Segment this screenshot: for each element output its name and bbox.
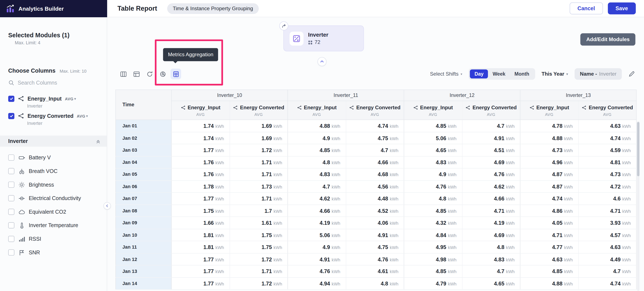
column-option-snr[interactable]: SNR (0, 246, 107, 259)
cell-unit: kWh (506, 233, 515, 238)
agg-dropdown[interactable]: AVG ▾ (65, 96, 76, 101)
value-cell: 4.66kWh (288, 204, 346, 217)
checkbox[interactable] (8, 209, 14, 215)
cell-unit: kWh (332, 282, 340, 286)
report-table: Time Inverter_10Inverter_11Inverter_12In… (116, 90, 636, 290)
checkbox[interactable] (8, 168, 14, 174)
checkbox[interactable] (8, 182, 14, 188)
module-card-inverter[interactable]: Inverter 72 (284, 26, 364, 51)
table-column-header[interactable]: Energy_InputAVG (172, 101, 230, 120)
value-cell: 4.73kWh (578, 168, 636, 180)
date-range-dropdown[interactable]: This Year ▾ (542, 71, 568, 77)
column-header-label: Energy Converted (472, 105, 517, 110)
metric-icon (297, 105, 302, 110)
value-cell: 1.76kWh (172, 156, 230, 168)
value-cell: 4.63kWh (520, 253, 578, 265)
cell-value: 4.49 (610, 256, 620, 262)
cell-unit: kWh (622, 124, 631, 129)
collapse-module-panel-button[interactable] (318, 57, 326, 66)
cell-value: 1.7 (264, 208, 272, 214)
value-cell: 1.75kWh (230, 229, 288, 241)
add-edit-modules-button[interactable]: Add/Edit Modules (580, 33, 636, 46)
column-agg-label: AVG (462, 112, 520, 116)
cell-unit: kWh (564, 124, 573, 129)
selected-column-energy-input[interactable]: Energy_Input AVG ▾ Inverter (8, 94, 103, 109)
cell-value: 4.65 (494, 280, 504, 287)
table-column-header[interactable]: Energy ConvertedAVG (462, 101, 520, 120)
table-column-header[interactable]: Energy_InputAVG (404, 101, 462, 120)
cell-value: 1.74 (204, 123, 214, 129)
cell-value: 4.79 (436, 280, 446, 287)
module-link-icon[interactable] (279, 21, 288, 30)
table-column-header[interactable]: Energy_InputAVG (520, 101, 578, 120)
edit-icon[interactable] (628, 71, 635, 77)
column-option-inverter-temperature[interactable]: Inverter Temperature (0, 218, 107, 232)
column-option-breath-voc[interactable]: Breath VOC (0, 164, 107, 178)
table-column-header[interactable]: Energy_InputAVG (288, 101, 346, 120)
cell-value: 1.81 (204, 244, 214, 250)
cell-unit: kWh (448, 172, 456, 177)
cell-value: 4.73 (610, 172, 620, 178)
period-month-button[interactable]: Month (510, 70, 534, 78)
checkbox[interactable] (8, 250, 14, 256)
module-section-header[interactable]: Inverter (0, 136, 107, 146)
table-column-header[interactable]: Energy ConvertedAVG (230, 101, 288, 120)
checkbox-checked[interactable] (8, 96, 14, 102)
agg-dropdown[interactable]: AVG ▾ (77, 114, 88, 118)
value-cell: 4.78kWh (520, 120, 578, 132)
chevron-down-icon: ▾ (461, 72, 462, 76)
column-option-equivalent-co2[interactable]: Equivalent CO2 (0, 205, 107, 218)
cell-value: 1.77 (204, 147, 214, 154)
refresh-icon[interactable] (144, 68, 155, 79)
table-row: Jan 141.77kWh1.72kWh4.94kWh4.8kWh4.79kWh… (116, 277, 636, 290)
time-cell: Jan 12 (116, 253, 172, 265)
vertical-scrollbar[interactable] (637, 121, 640, 291)
value-cell: 4.7kWh (578, 265, 636, 277)
column-option-brightness[interactable]: Brightness (0, 178, 107, 192)
search-input[interactable] (18, 80, 88, 86)
cell-value: 3.93 (610, 220, 620, 226)
save-button[interactable]: Save (608, 2, 636, 14)
checkbox[interactable] (8, 195, 14, 201)
name-filter-button[interactable]: Name - Inverter (574, 68, 622, 80)
cell-value: 1.71 (262, 159, 272, 166)
cell-unit: kWh (506, 160, 515, 165)
table-row: Jan 071.77kWh1.71kWh4.62kWh4.48kWh4.8kWh… (116, 192, 636, 205)
cell-unit: kWh (332, 208, 340, 214)
donut-chart-icon[interactable] (158, 68, 168, 79)
period-day-button[interactable]: Day (470, 70, 488, 78)
card-view-icon[interactable] (131, 68, 142, 79)
column-option-electrical-conductivity[interactable]: Electrical Conductivity (0, 192, 107, 205)
table-column-header[interactable]: Energy ConvertedAVG (578, 101, 636, 120)
scrollbar-thumb[interactable] (637, 122, 640, 176)
select-shifts-dropdown[interactable]: Select Shifts ▾ (430, 71, 462, 77)
toolbar-right-controls: Select Shifts ▾ DayWeekMonth This Year ▾… (430, 68, 635, 80)
cell-value: 4.88 (552, 280, 562, 287)
period-week-button[interactable]: Week (488, 70, 510, 78)
table-column-header[interactable]: Energy ConvertedAVG (346, 101, 404, 120)
collapse-section-icon[interactable] (95, 138, 101, 144)
table-columns-icon[interactable] (118, 68, 128, 79)
column-agg-label: AVG (404, 112, 462, 116)
value-cell: 4.81kWh (578, 156, 636, 168)
cell-value: 4.98 (436, 256, 446, 262)
sidebar-collapse-button[interactable] (104, 202, 111, 210)
table-row: Jan 131.77kWh1.71kWh4.76kWh4.61kWh4.85kW… (116, 265, 636, 277)
cell-value: 1.75 (262, 232, 272, 238)
grouping-pill[interactable]: Time & Instance Property Grouping (167, 3, 259, 14)
metrics-aggregation-icon[interactable] (170, 68, 181, 79)
checkbox[interactable] (8, 154, 14, 161)
column-option-battery-v[interactable]: Battery V (0, 151, 107, 164)
value-cell: 4.7kWh (462, 265, 520, 277)
column-option-rssi[interactable]: RSSI (0, 232, 107, 246)
time-cell: Jan 14 (116, 277, 172, 290)
cell-value: 5.06 (320, 232, 330, 238)
column-agg-label: AVG (230, 112, 288, 116)
selected-column-energy-converted[interactable]: Energy Converted AVG ▾ Inverter (8, 112, 103, 126)
cell-value: 4.7 (613, 268, 620, 274)
checkbox-checked[interactable] (8, 113, 14, 119)
checkbox[interactable] (8, 222, 14, 228)
cell-value: 4.85 (436, 268, 446, 274)
cancel-button[interactable]: Cancel (570, 2, 603, 14)
checkbox[interactable] (8, 236, 14, 242)
